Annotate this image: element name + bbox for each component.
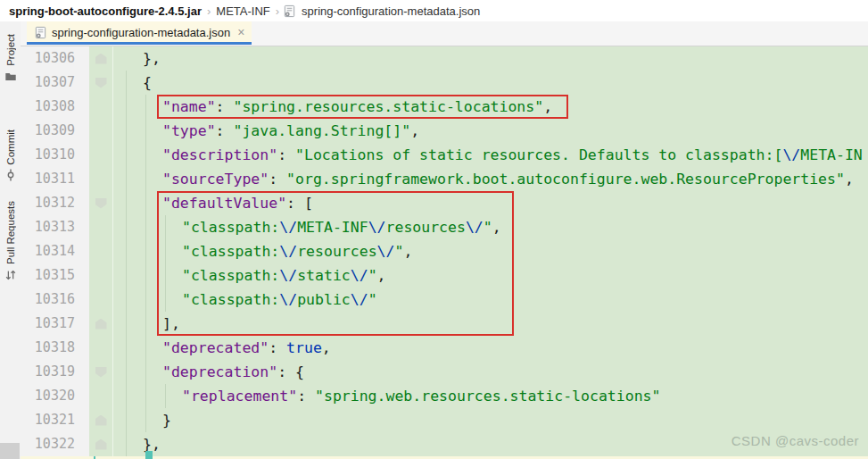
token-punct: { [143, 74, 152, 91]
pull-requests-icon [4, 269, 17, 281]
indent-guide [165, 384, 166, 408]
sidebar-item-commit[interactable]: Commit [4, 129, 17, 182]
line-number: 10314 [21, 239, 89, 263]
json-file-icon [283, 4, 296, 18]
tool-window-stripe: Project Commit Pull Requests [0, 21, 21, 459]
fold-up-icon[interactable] [89, 312, 112, 336]
fold-gutter [89, 215, 112, 239]
token-punct: : { [277, 363, 304, 380]
code-line[interactable]: 10320"replacement": "spring.web.resource… [21, 384, 868, 408]
line-number: 10318 [21, 336, 89, 360]
token-str: META-IN [800, 146, 863, 163]
line-number: 10315 [21, 263, 89, 288]
token-kw: true [286, 339, 322, 356]
token-punct: : [216, 122, 234, 139]
code-line[interactable]: 10309"type": "java.lang.String[]", [21, 119, 868, 143]
active-tab-indicator [27, 42, 252, 45]
fold-gutter [89, 336, 112, 360]
token-key: "deprecated" [162, 339, 269, 356]
fold-up-icon[interactable] [89, 408, 112, 432]
fold-gutter [89, 95, 112, 119]
breadcrumb-separator: › [203, 4, 214, 18]
code-text: "description": "Locations of static reso… [112, 143, 868, 167]
code-text: "deprecation": { [112, 360, 868, 384]
line-number: 10317 [21, 312, 89, 336]
breadcrumb-item-file[interactable]: spring-configuration-metadata.json [300, 4, 482, 18]
sidebar-item-project[interactable]: Project [4, 34, 17, 83]
token-punct: , [845, 171, 854, 188]
token-key: "type" [162, 122, 216, 139]
line-number: 10309 [21, 119, 89, 143]
line-number: 10313 [21, 215, 89, 239]
code-editor[interactable]: 10306},10307{10308"name": "spring.resour… [21, 46, 868, 459]
code-text: "deprecated": true, [112, 336, 868, 360]
breadcrumb-separator: › [272, 4, 283, 18]
code-line[interactable]: 10307{ [21, 71, 868, 95]
token-str: "spring.web.resources.static-locations" [315, 388, 660, 405]
annotation-box [157, 191, 514, 336]
code-line[interactable]: 10311"sourceType": "org.springframework.… [21, 167, 868, 191]
token-str: "java.lang.String[]" [233, 122, 410, 139]
code-text: "type": "java.lang.String[]", [112, 119, 868, 143]
token-punct: , [410, 122, 419, 139]
fold-up-icon[interactable] [89, 46, 112, 71]
code-line[interactable]: 10310"description": "Locations of static… [21, 143, 868, 167]
token-punct: }, [143, 50, 161, 67]
line-number: 10316 [21, 288, 89, 312]
fold-gutter [89, 239, 112, 263]
sidebar-item-label: Commit [5, 129, 16, 165]
annotation-box [157, 95, 568, 119]
ide-window: spring-boot-autoconfigure-2.4.5.jar › ME… [0, 0, 868, 459]
fold-gutter [89, 143, 112, 167]
code-text: { [112, 71, 868, 95]
line-number: 10321 [21, 408, 89, 432]
watermark: CSDN @cavs-coder [732, 433, 859, 448]
token-punct: , [322, 339, 331, 356]
fold-gutter [89, 167, 112, 191]
token-punct: : [277, 146, 295, 163]
editor-lines: 10306},10307{10308"name": "spring.resour… [21, 46, 868, 456]
editor-pane: spring-configuration-metadata.json × 103… [21, 21, 868, 459]
indent-guide [145, 95, 146, 432]
code-line[interactable]: 10306}, [21, 46, 868, 71]
fold-down-icon[interactable] [89, 71, 112, 95]
code-line[interactable]: 10319"deprecation": { [21, 360, 868, 384]
code-text: "sourceType": "org.springframework.boot.… [112, 167, 868, 191]
breadcrumb-item-meta-inf[interactable]: META-INF [214, 4, 271, 18]
sidebar-item-pull-requests[interactable]: Pull Requests [4, 201, 17, 281]
token-str: "Locations of static resources. Defaults… [295, 146, 782, 163]
json-file-icon [34, 26, 47, 39]
fold-up-icon[interactable] [89, 432, 112, 456]
line-number: 10322 [21, 432, 89, 456]
fold-down-icon[interactable] [89, 360, 112, 384]
tab-spring-configuration-metadata[interactable]: spring-configuration-metadata.json × [27, 21, 252, 43]
project-folder-icon [4, 71, 17, 83]
token-key: "deprecation" [162, 363, 277, 380]
tab-label: spring-configuration-metadata.json [52, 26, 230, 39]
line-number: 10307 [21, 71, 89, 95]
token-punct: : [297, 388, 315, 405]
token-key: "description" [162, 146, 277, 163]
text-caret [145, 451, 153, 459]
token-key: "sourceType" [162, 171, 269, 188]
breadcrumb-item-jar[interactable]: spring-boot-autoconfigure-2.4.5.jar [7, 4, 203, 18]
line-number: 10311 [21, 167, 89, 191]
token-punct: : [269, 339, 286, 356]
sidebar-item-label: Project [5, 34, 16, 66]
fold-gutter [89, 384, 112, 408]
fold-gutter [89, 288, 112, 312]
fold-down-icon[interactable] [89, 191, 112, 215]
fold-gutter [89, 119, 112, 143]
line-number: 10319 [21, 360, 89, 384]
code-line[interactable]: 10321} [21, 408, 868, 432]
line-number: 10320 [21, 384, 89, 408]
stripe-corner-widget [0, 443, 20, 459]
token-key: "replacement" [182, 388, 297, 405]
token-punct: } [162, 412, 171, 429]
token-punct: : [269, 171, 286, 188]
close-icon[interactable]: × [237, 25, 244, 39]
code-line[interactable]: 10318"deprecated": true, [21, 336, 868, 360]
line-number: 10306 [21, 46, 89, 71]
code-text: } [112, 408, 868, 432]
breadcrumb: spring-boot-autoconfigure-2.4.5.jar › ME… [0, 0, 868, 22]
